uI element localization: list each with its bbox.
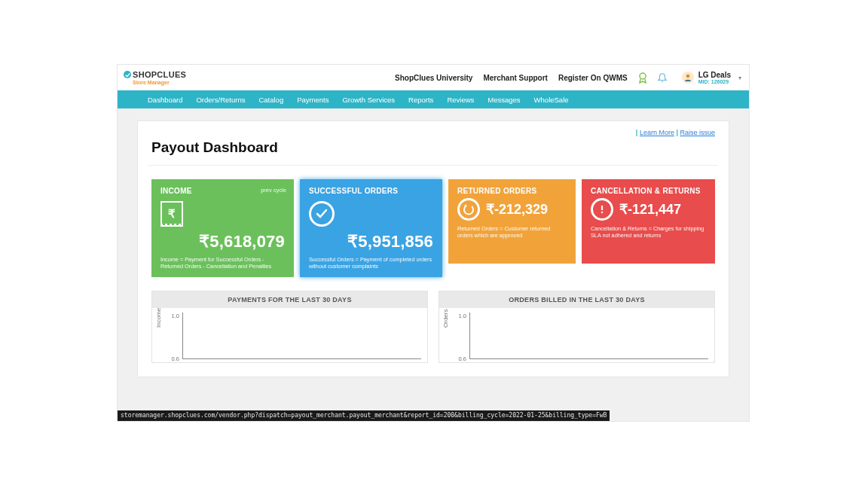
- ytick: 1.0: [456, 313, 466, 319]
- ytick: 0.6: [456, 355, 466, 362]
- status-bar-url: storemanager.shopclues.com/vendor.php?di…: [118, 410, 610, 421]
- tile-income-sub: prev cycle: [261, 187, 286, 194]
- check-circle-icon: [309, 201, 335, 227]
- tile-returned-amount: ₹-212,329: [486, 201, 548, 218]
- chart-payments-yaxis: 1.0 0.6: [169, 313, 179, 362]
- nav-dashboard[interactable]: Dashboard: [148, 96, 182, 104]
- divider: [148, 165, 718, 166]
- header-bar: SHOPCLUES Store Manager ShopClues Univer…: [118, 65, 749, 90]
- charts-row: PAYMENTS FOR THE LAST 30 DAYS Income 1.0…: [151, 291, 715, 363]
- return-arrow-icon: [457, 198, 480, 221]
- check-badge-icon: [124, 71, 131, 78]
- payout-card: | Learn More | Raise issue Payout Dashbo…: [137, 120, 729, 377]
- nav-payments[interactable]: Payments: [297, 96, 329, 104]
- tile-successful-title: SUCCESSFUL ORDERS: [309, 187, 433, 195]
- user-name: LG Deals: [698, 72, 731, 79]
- brand-logo[interactable]: SHOPCLUES Store Manager: [124, 71, 186, 85]
- link-register-qwms[interactable]: Register On QWMS: [558, 74, 628, 82]
- app-window: SHOPCLUES Store Manager ShopClues Univer…: [117, 64, 750, 422]
- svg-point-4: [601, 212, 603, 213]
- brand-subtitle: Store Manager: [133, 80, 186, 85]
- tile-successful-desc: Successful Orders = Payment of completed…: [309, 256, 433, 270]
- chart-orders-title: ORDERS BILLED IN THE LAST 30 DAYS: [439, 291, 714, 308]
- award-icon[interactable]: [637, 72, 649, 84]
- tile-cancel-desc: Cancellation & Returns = Charges for shi…: [591, 225, 706, 239]
- metric-tiles: INCOME prev cycle ₹ ₹5,618,079 Income = …: [151, 179, 715, 277]
- tile-income-amount: ₹5,618,079: [199, 232, 285, 252]
- tile-successful-orders[interactable]: SUCCESSFUL ORDERS ₹5,951,856 Successful …: [300, 179, 442, 277]
- brand-name: SHOPCLUES: [133, 71, 186, 79]
- rupee-receipt-icon: ₹: [160, 201, 183, 227]
- page-body: | Learn More | Raise issue Payout Dashbo…: [118, 108, 749, 377]
- link-learn-more[interactable]: Learn More: [640, 129, 674, 136]
- chart-payments-plot: [182, 313, 421, 359]
- page-title: Payout Dashboard: [151, 139, 715, 156]
- chart-orders-plot: [469, 313, 708, 359]
- svg-point-1: [662, 81, 663, 82]
- chart-orders-ylabel: Orders: [442, 310, 449, 328]
- tile-income[interactable]: INCOME prev cycle ₹ ₹5,618,079 Income = …: [151, 179, 294, 277]
- ytick: 0.6: [169, 355, 179, 362]
- link-support[interactable]: Merchant Support: [483, 74, 548, 82]
- avatar-icon: [682, 72, 694, 84]
- tile-cancel-title: CANCELLATION & RETURNS: [591, 187, 706, 195]
- nav-messages[interactable]: Messages: [487, 96, 520, 104]
- bell-icon[interactable]: [656, 72, 668, 84]
- link-raise-issue[interactable]: Raise issue: [680, 129, 715, 136]
- nav-reviews[interactable]: Reviews: [447, 96, 474, 104]
- nav-growth-services[interactable]: Growth Services: [342, 96, 395, 104]
- svg-point-2: [686, 75, 689, 78]
- nav-reports[interactable]: Reports: [408, 96, 433, 104]
- user-mid: MID: 126029: [698, 79, 731, 84]
- chevron-down-icon: ▾: [738, 75, 741, 81]
- tile-cancel-amount: ₹-121,447: [619, 201, 681, 218]
- chart-orders-30d: ORDERS BILLED IN THE LAST 30 DAYS Orders…: [439, 291, 715, 363]
- user-menu[interactable]: LG Deals MID: 126029 ▾: [682, 72, 741, 84]
- svg-point-0: [640, 73, 646, 79]
- nav-orders-returns[interactable]: Orders/Returns: [196, 96, 245, 104]
- tile-returned-desc: Returned Orders = Customer returned orde…: [457, 225, 567, 239]
- link-university[interactable]: ShopClues University: [395, 74, 472, 82]
- chart-payments-ylabel: Income: [155, 308, 162, 328]
- tile-returned-title: RETURNED ORDERS: [457, 187, 567, 195]
- header-links: ShopClues University Merchant Support Re…: [395, 74, 628, 82]
- top-right-links: | Learn More | Raise issue: [151, 129, 715, 136]
- alert-circle-icon: [591, 198, 613, 221]
- ytick: 1.0: [169, 313, 179, 319]
- chart-payments-30d: PAYMENTS FOR THE LAST 30 DAYS Income 1.0…: [151, 291, 428, 363]
- main-nav: Dashboard Orders/Returns Catalog Payment…: [118, 90, 749, 108]
- nav-catalog[interactable]: Catalog: [258, 96, 283, 104]
- tile-successful-amount: ₹5,951,856: [347, 232, 433, 252]
- tile-returned-orders[interactable]: RETURNED ORDERS ₹-212,329 Returned Order…: [448, 179, 576, 264]
- tile-cancellation-returns[interactable]: CANCELLATION & RETURNS ₹-121,447 Cancell…: [582, 179, 715, 264]
- chart-orders-yaxis: 1.0 0.6: [456, 313, 466, 362]
- chart-payments-title: PAYMENTS FOR THE LAST 30 DAYS: [152, 291, 427, 308]
- nav-wholesale[interactable]: WholeSale: [534, 96, 569, 104]
- tile-income-desc: Income = Payment for Successful Orders -…: [160, 256, 285, 270]
